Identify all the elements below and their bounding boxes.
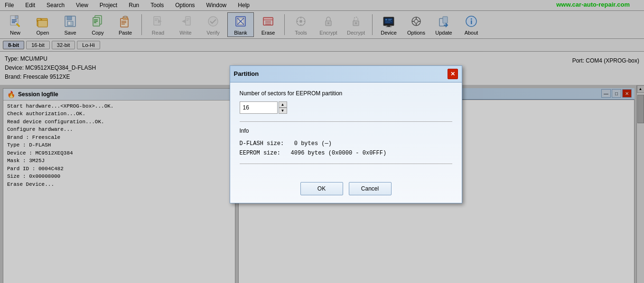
partition-dialog: Partition ✕ Number of sectors for EEPROM… bbox=[230, 65, 462, 204]
dialog-separator-2 bbox=[240, 164, 452, 164]
dialog-body: Number of sectors for EEPROM partition ▲… bbox=[230, 82, 462, 178]
dflash-size-value: 0 bytes (—) bbox=[294, 140, 332, 147]
dialog-footer: OK Cancel bbox=[230, 177, 462, 203]
dflash-size-label: D-FLASH size: bbox=[240, 140, 284, 147]
info-row-dflash: D-FLASH size: 0 bytes (—) bbox=[240, 139, 452, 148]
spinner-down-button[interactable]: ▼ bbox=[279, 108, 287, 114]
sector-input[interactable] bbox=[240, 101, 278, 114]
info-section-label: Info bbox=[240, 128, 452, 134]
dialog-close-button[interactable]: ✕ bbox=[448, 69, 458, 79]
spinner-up-button[interactable]: ▲ bbox=[279, 101, 287, 108]
info-row-eeprom: EEPROM size: 4096 bytes (0x0000 - 0x0FFF… bbox=[240, 148, 452, 158]
ok-button[interactable]: OK bbox=[300, 182, 343, 195]
spinner-buttons: ▲ ▼ bbox=[279, 101, 287, 114]
eeprom-size-value: 4096 bytes (0x0000 - 0x0FFF) bbox=[291, 150, 387, 156]
sector-spinner: ▲ ▼ bbox=[240, 101, 452, 114]
dialog-separator-1 bbox=[240, 121, 452, 122]
dialog-titlebar: Partition ✕ bbox=[230, 66, 462, 82]
dialog-title: Partition bbox=[234, 70, 259, 77]
modal-overlay: Partition ✕ Number of sectors for EEPROM… bbox=[0, 0, 644, 283]
sector-label: Number of sectors for EEPROM partition bbox=[240, 90, 452, 97]
cancel-button[interactable]: Cancel bbox=[349, 182, 392, 195]
eeprom-size-label: EEPROM size: bbox=[240, 150, 280, 156]
